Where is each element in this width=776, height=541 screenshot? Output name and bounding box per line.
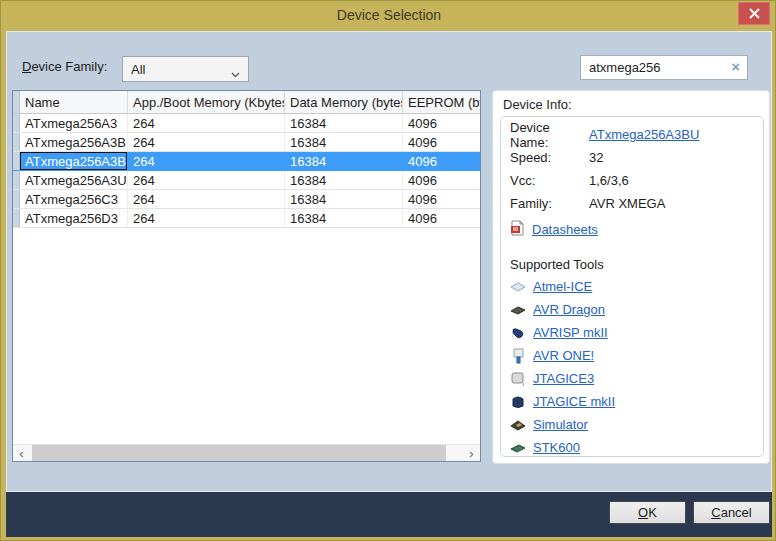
atmel-ice-icon [510,279,527,295]
tool-link[interactable]: AVR Dragon [533,302,605,317]
search-input[interactable] [581,56,721,79]
speed-row: Speed: 32 [510,146,763,169]
speed-label: Speed: [510,150,589,165]
tool-row: AVRISP mkII [510,321,763,344]
footer-bar: OK Cancel [6,492,772,537]
datasheets-row: Datasheets [510,217,763,241]
close-icon [749,8,760,19]
device-info-box: Device Name: ATxmega256A3BU Speed: 32 Vc… [500,116,764,457]
tool-row: AVR ONE! [510,344,763,367]
avr-one-icon [510,348,527,364]
tool-row: Simulator [510,413,763,436]
table-row[interactable]: ATxmega256A3 264 16384 4096 [13,114,480,133]
table-row[interactable]: ATxmega256C3 264 16384 4096 [13,190,480,209]
row-header-corner [13,91,20,113]
row-header [13,171,20,189]
simulator-icon [510,417,527,433]
speed-value: 32 [589,150,603,165]
row-header [13,209,20,227]
tool-link[interactable]: JTAGICE3 [533,371,594,386]
row-header [13,133,20,151]
pdf-icon [510,220,525,239]
jtagice3-icon [510,371,527,387]
stk600-icon [510,440,527,456]
search-box: × [580,55,748,80]
window-title: Device Selection [1,7,776,23]
device-family-select[interactable]: All [122,56,249,82]
device-table: Name App./Boot Memory (Kbytes) Data Memo… [12,90,481,462]
tool-row: AVR Dragon [510,298,763,321]
chevron-down-icon [231,66,240,81]
device-name-row: Device Name: ATxmega256A3BU [510,123,763,146]
table-row-selected[interactable]: ATxmega256A3BU 264 16384 4096 [13,152,480,171]
avrisp-mkii-icon [510,325,527,341]
tool-row: JTAGICE mkII [510,390,763,413]
tool-row: Atmel-ICE [510,275,763,298]
device-info-title: Device Info: [503,97,572,112]
tool-link[interactable]: STK600 [533,440,580,455]
tool-link[interactable]: JTAGICE mkII [533,394,615,409]
table-row[interactable]: ATxmega256D3 264 16384 4096 [13,209,480,228]
family-row: Family: AVR XMEGA [510,192,763,215]
device-name-link[interactable]: ATxmega256A3BU [589,127,699,142]
vcc-label: Vcc: [510,173,589,188]
tool-link[interactable]: AVR ONE! [533,348,594,363]
avr-dragon-icon [510,302,527,318]
dialog-content: Device Family: All × Name App./Boot Memo… [6,31,772,492]
tool-link[interactable]: Atmel-ICE [533,279,592,294]
tool-row: STK600 [510,436,763,457]
vcc-row: Vcc: 1,6/3,6 [510,169,763,192]
datasheets-link[interactable]: Datasheets [532,222,598,237]
tool-link[interactable]: Simulator [533,417,588,432]
title-bar: Device Selection [1,1,776,31]
close-button[interactable] [738,2,770,25]
horizontal-scrollbar[interactable]: ‹ › [13,444,480,461]
device-selection-dialog: Device Selection Device Family: All × Na… [0,0,776,541]
family-label: Family: [510,196,589,211]
table-header-row: Name App./Boot Memory (Kbytes) Data Memo… [13,91,480,114]
jtagice-mkii-icon [510,394,527,410]
row-header [13,114,20,132]
scroll-left-icon[interactable]: ‹ [13,445,30,461]
supported-tools-title: Supported Tools [510,253,763,275]
scroll-right-icon[interactable]: › [463,445,480,461]
device-info-panel: Device Info: Device Name: ATxmega256A3BU… [492,90,770,464]
column-header-data-memory[interactable]: Data Memory (bytes) [285,91,403,113]
column-header-app-boot-memory[interactable]: App./Boot Memory (Kbytes) [128,91,285,113]
scrollbar-thumb[interactable] [32,445,446,461]
table-row[interactable]: ATxmega256A3B 264 16384 4096 [13,133,480,152]
tool-link[interactable]: AVRISP mkII [533,325,608,340]
row-header [13,190,20,208]
clear-search-icon[interactable]: × [731,58,740,75]
ok-button[interactable]: OK [609,501,686,524]
vcc-value: 1,6/3,6 [589,173,629,188]
row-header [13,152,20,170]
device-family-label: Device Family: [22,59,107,74]
table-row[interactable]: ATxmega256A3U 264 16384 4096 [13,171,480,190]
column-header-name[interactable]: Name [20,91,128,113]
column-header-eeprom[interactable]: EEPROM (bytes) [403,91,480,113]
tool-row: JTAGICE3 [510,367,763,390]
family-value: AVR XMEGA [589,196,665,211]
device-family-value: All [131,62,145,77]
device-name-label: Device Name: [510,120,589,150]
cancel-button[interactable]: Cancel [693,501,770,524]
